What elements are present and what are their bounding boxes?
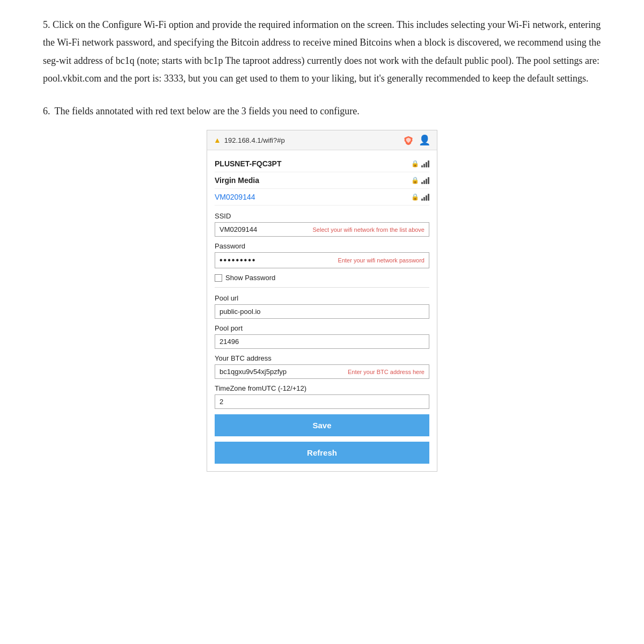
show-password-label: Show Password [225,274,275,282]
network-row-1: PLUSNET-FQC3PT 🔒 [215,156,429,172]
network-name-1: PLUSNET-FQC3PT [215,159,281,168]
lock-icon-2: 🔒 [411,177,419,184]
network-link-3[interactable]: VM0209144 [215,193,255,201]
network-name-2: Virgin Media [215,176,259,185]
refresh-button[interactable]: Refresh [215,442,429,464]
password-label: Password [215,242,429,250]
user-profile-icon: 👤 [419,134,430,146]
wifi-url: 192.168.4.1/wifi?#p [224,136,285,144]
network-row-3: VM0209144 🔒 [215,189,429,206]
ssid-section: SSID VM0209144 Select your wifi network … [215,212,429,464]
wifi-signal-2: 🔒 [411,177,429,184]
ssid-label: SSID [215,212,429,220]
signal-bars-3 [421,193,429,201]
btc-label: Your BTC address [215,354,429,362]
ssid-value: VM0209144 [219,225,309,233]
lock-icon-1: 🔒 [411,160,419,167]
wifi-body: PLUSNET-FQC3PT 🔒 Virgin Media 🔒 [207,150,437,471]
timezone-value: 2 [219,398,425,406]
password-input-wrapper[interactable]: ••••••••• Enter your wifi network passwo… [215,252,429,268]
wifi-signal-1: 🔒 [411,160,429,167]
save-button[interactable]: Save [215,414,429,436]
step5-paragraph: 5. Click on the Configure Wi-Fi option a… [43,16,601,87]
pool-url-label: Pool url [215,294,429,302]
timezone-label: TimeZone fromUTC (-12/+12) [215,384,429,392]
wifi-panel: ▲ 192.168.4.1/wifi?#p 👤 PLUSNET-FQC3PT 🔒 [207,130,437,472]
warning-icon: ▲ [214,136,221,144]
step6-container: 6. The fields annotated with red text be… [43,103,601,120]
step6-number: 6. [43,103,50,120]
step6-text: The fields annotated with red text below… [55,103,360,120]
signal-bars-1 [421,160,429,167]
divider [215,287,429,288]
password-row: Password ••••••••• Enter your wifi netwo… [215,242,429,268]
password-value: ••••••••• [219,255,334,265]
show-password-checkbox[interactable] [215,274,222,282]
lock-icon-3: 🔒 [411,193,419,201]
ssid-row: SSID VM0209144 Select your wifi network … [215,212,429,237]
pool-url-input-wrapper[interactable]: public-pool.io [215,304,429,319]
pool-url-value: public-pool.io [219,308,425,316]
pool-port-row: Pool port 21496 [215,324,429,349]
timezone-row: TimeZone fromUTC (-12/+12) 2 [215,384,429,409]
show-password-row: Show Password [215,274,429,282]
btc-hint: Enter your BTC address here [348,369,425,375]
password-hint: Enter your wifi network password [338,257,425,264]
pool-port-input-wrapper[interactable]: 21496 [215,334,429,349]
btc-input-wrapper[interactable]: bc1qgxu9v54xj5pzfyp Enter your BTC addre… [215,364,429,379]
header-icons: 👤 [402,134,430,146]
brave-icon [402,134,414,146]
pool-port-value: 21496 [219,338,425,346]
btc-address-row: Your BTC address bc1qgxu9v54xj5pzfyp Ent… [215,354,429,379]
timezone-input-wrapper[interactable]: 2 [215,394,429,409]
ssid-hint: Select your wifi network from the list a… [313,226,425,233]
btc-value: bc1qgxu9v54xj5pzfyp [219,368,343,376]
wifi-header: ▲ 192.168.4.1/wifi?#p 👤 [207,130,437,150]
pool-url-row: Pool url public-pool.io [215,294,429,319]
wifi-header-left: ▲ 192.168.4.1/wifi?#p [214,136,285,144]
pool-port-label: Pool port [215,324,429,332]
signal-bars-2 [421,177,429,184]
network-row-2: Virgin Media 🔒 [215,172,429,189]
wifi-signal-3: 🔒 [411,193,429,201]
ssid-input-wrapper[interactable]: VM0209144 Select your wifi network from … [215,222,429,237]
